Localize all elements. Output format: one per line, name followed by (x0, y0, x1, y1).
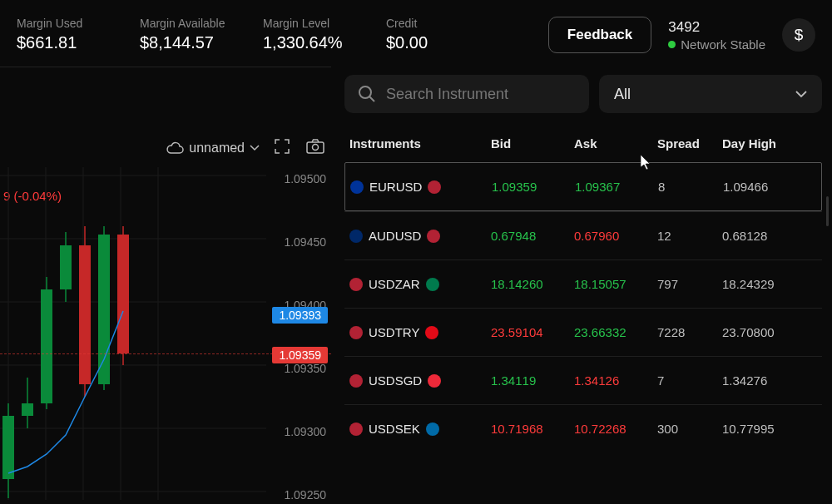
flag-icon (349, 230, 363, 243)
svg-rect-26 (117, 235, 129, 353)
chart-pane[interactable]: unnamed 9 (-0.04%) (0, 67, 331, 504)
fullscreen-button[interactable] (273, 137, 291, 158)
spread-cell: 7 (657, 373, 722, 388)
candle (22, 378, 33, 428)
flag-icon (349, 278, 363, 291)
instruments-panel: Search Instrument All Instruments Bid As… (331, 67, 832, 504)
bid-cell: 23.59104 (491, 325, 574, 339)
spread-cell: 797 (657, 277, 722, 291)
account-id: 3492 (668, 19, 765, 36)
instrument-row[interactable]: AUDUSD0.679480.67960120.68128 (344, 211, 822, 259)
ask-cell: 10.72268 (574, 422, 657, 436)
ask-cell: 23.66332 (574, 325, 657, 339)
svg-point-27 (359, 86, 371, 98)
col-instruments[interactable]: Instruments (349, 136, 491, 151)
network-status-block: 3492 Network Stable (668, 19, 765, 52)
candle (79, 226, 91, 397)
svg-rect-24 (98, 235, 110, 384)
axis-tick: 1.09300 (268, 425, 326, 438)
day-high-cell: 0.68128 (722, 229, 814, 243)
layout-dropdown[interactable]: unnamed (166, 141, 260, 156)
col-bid[interactable]: Bid (491, 136, 574, 151)
bid-cell: 1.34119 (491, 373, 574, 388)
currency-button[interactable]: $ (782, 18, 815, 52)
ask-cell: 18.15057 (574, 277, 657, 291)
bid-cell: 10.71968 (491, 422, 574, 436)
header-metrics-bar: Margin Used $661.81 Margin Available $8,… (0, 0, 832, 62)
flag-icon (426, 278, 439, 291)
instrument-name: AUDUSD (349, 229, 491, 243)
day-high-cell: 10.77995 (722, 422, 814, 436)
scrollbar[interactable] (826, 196, 829, 226)
bid-cell: 0.67948 (491, 229, 574, 243)
expand-icon (275, 139, 290, 154)
spread-cell: 300 (657, 422, 722, 436)
instrument-row[interactable]: EURUSD1.093591.0936781.09466 (344, 162, 822, 211)
price-tag-bid: 1.09359 (272, 347, 328, 363)
svg-point-1 (313, 145, 319, 151)
day-high-cell: 1.09466 (723, 180, 815, 194)
metric-margin-available: Margin Available $8,144.57 (140, 17, 231, 52)
price-tag-current: 1.09393 (272, 307, 328, 324)
axis-tick: 1.09450 (268, 235, 326, 249)
svg-rect-18 (41, 289, 52, 403)
day-high-cell: 18.24329 (722, 277, 814, 291)
metric-margin-level: Margin Level 1,330.64% (263, 17, 354, 52)
flag-icon (428, 180, 441, 194)
snapshot-button[interactable] (305, 137, 326, 158)
col-spread[interactable]: Spread (657, 136, 722, 151)
instrument-row[interactable]: USDZAR18.1426018.1505779718.24329 (344, 259, 822, 308)
cloud-icon (166, 141, 184, 155)
candle (41, 277, 52, 409)
ask-cell: 0.67960 (574, 229, 657, 243)
candle (2, 403, 14, 498)
flag-icon (426, 422, 439, 436)
day-high-cell: 23.70800 (722, 325, 814, 339)
spread-cell: 7228 (657, 325, 722, 339)
bid-cell: 18.14260 (491, 277, 574, 291)
camera-icon (306, 139, 324, 154)
instrument-name: USDSGD (349, 373, 491, 388)
search-placeholder: Search Instrument (386, 86, 508, 103)
spread-cell: 8 (658, 180, 723, 194)
search-icon (358, 85, 376, 103)
instrument-name: USDTRY (349, 325, 491, 339)
svg-rect-16 (22, 403, 33, 416)
axis-tick: 1.09250 (268, 488, 326, 502)
metric-credit: Credit $0.00 (386, 17, 478, 52)
chart-toolbar: unnamed (166, 137, 326, 158)
chevron-down-icon (795, 91, 807, 98)
instrument-row[interactable]: USDTRY23.5910423.66332722823.70800 (344, 308, 822, 356)
instrument-row[interactable]: USDSGD1.341191.3412671.34276 (344, 356, 822, 404)
chevron-down-icon (250, 145, 260, 151)
price-axis[interactable]: 1.09500 1.09450 1.09400 1.09350 1.09300 … (268, 170, 326, 503)
axis-tick: 1.09350 (268, 362, 326, 375)
ask-cell: 1.09367 (575, 180, 658, 194)
col-ask[interactable]: Ask (574, 136, 657, 151)
instrument-name: USDZAR (349, 277, 491, 291)
candle (117, 226, 129, 365)
svg-line-28 (369, 96, 374, 101)
candle (60, 232, 72, 302)
search-input[interactable]: Search Instrument (344, 75, 589, 113)
feedback-button[interactable]: Feedback (548, 17, 651, 53)
network-status: Network Stable (668, 37, 765, 52)
flag-icon (349, 326, 363, 339)
col-day-high[interactable]: Day High (722, 136, 814, 151)
ask-cell: 1.34126 (574, 373, 657, 388)
day-high-cell: 1.34276 (722, 373, 814, 388)
instrument-name: USDSEK (349, 422, 491, 436)
instruments-table-header: Instruments Bid Ask Spread Day High (344, 128, 822, 162)
filter-dropdown[interactable]: All (599, 75, 822, 113)
flag-icon (349, 422, 363, 436)
spread-cell: 12 (657, 229, 722, 243)
flag-icon (350, 180, 364, 194)
instrument-row[interactable]: USDSEK10.7196810.7226830010.77995 (344, 404, 822, 452)
candlestick-chart[interactable] (0, 167, 266, 500)
flag-icon (428, 374, 441, 388)
svg-rect-22 (79, 245, 91, 384)
candle (98, 226, 110, 390)
bid-cell: 1.09359 (492, 180, 575, 194)
instruments-list[interactable]: EURUSD1.093591.0936781.09466AUDUSD0.6794… (344, 162, 822, 504)
axis-tick: 1.09500 (268, 172, 326, 185)
